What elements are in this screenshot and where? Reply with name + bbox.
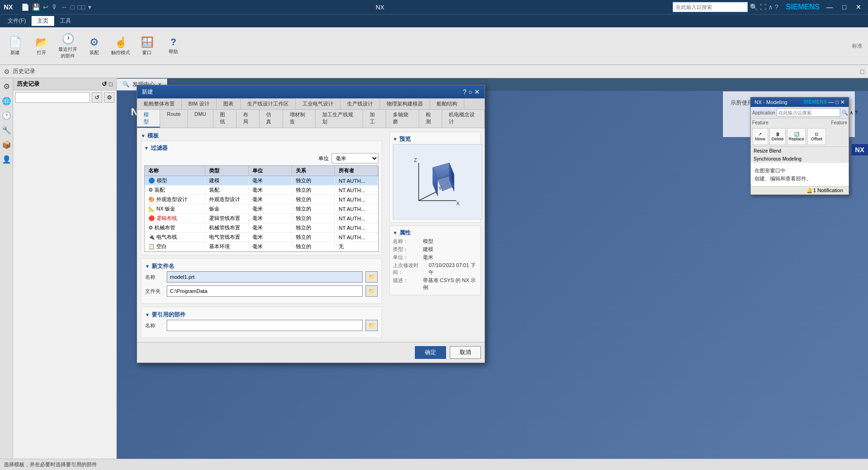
name-browse-button[interactable]: 📁 <box>365 271 378 283</box>
unit-select[interactable]: 毫米 英寸 <box>332 153 379 163</box>
references-arrow-icon: ▼ <box>145 312 150 317</box>
ok-button[interactable]: 确定 <box>415 346 446 359</box>
table-row[interactable]: 📐 NX 钣金 钣金 毫米 独立的 NT AUTH... <box>145 204 378 214</box>
tab-bim[interactable]: BIM 设计 <box>182 98 217 109</box>
template-section: ▼ 模板 ▼ 过滤器 单位 毫米 英寸 <box>141 132 382 255</box>
filename-section-header[interactable]: ▼ 新文件名 <box>145 262 378 270</box>
svg-text:X: X <box>456 201 460 206</box>
dialog-close-icon[interactable]: ✕ <box>474 88 480 96</box>
cell-type-2: 外观造型设计 <box>205 195 249 204</box>
table-row[interactable]: ⚙ 机械布管 机械管线布置 毫米 独立的 NT AUTH... <box>145 223 378 233</box>
tab-diagram[interactable]: 图表 <box>217 98 241 109</box>
table-row[interactable]: 🎨 外观造型设计 外观造型设计 毫米 独立的 NT AUTH... <box>145 195 378 204</box>
tab-route[interactable]: Route <box>160 110 187 128</box>
cell-rel-5: 独立的 <box>292 223 335 232</box>
tab-simulation[interactable]: 仿真 <box>260 110 283 128</box>
folder-input[interactable] <box>167 285 363 297</box>
table-row[interactable]: 🔵 模型 建模 毫米 独立的 NT AUTH... <box>145 176 378 186</box>
col-type: 类型 <box>205 166 249 176</box>
cell-unit-4: 毫米 <box>249 214 292 223</box>
tab-inspection[interactable]: 检测 <box>419 110 442 128</box>
cell-name-0: 🔵 模型 <box>145 176 205 185</box>
prop-unit-label: 单位： <box>393 254 421 261</box>
dialog-tabs-row2: 模型 Route DMU 图纸 布局 仿真 增材制造 加工生产线规划 <box>137 110 485 128</box>
tab-mechatronics[interactable]: 机电概念设计 <box>442 110 485 128</box>
preview-section: ▼ 预览 <box>389 132 481 223</box>
template-label: 模板 <box>147 132 159 140</box>
property-label: 属性 <box>399 229 411 237</box>
property-header[interactable]: ▼ 属性 <box>393 229 478 237</box>
cell-rel-6: 独立的 <box>292 233 335 242</box>
filter-header[interactable]: ▼ 过滤器 <box>144 144 379 152</box>
col-name: 名称 <box>145 166 205 176</box>
name-input[interactable] <box>167 271 363 283</box>
filename-arrow-icon: ▼ <box>145 264 150 269</box>
cell-name-6: 🔌 电气布线 <box>145 233 205 242</box>
dialog-title-text: 新建 <box>142 88 153 96</box>
template-section-header[interactable]: ▼ 模板 <box>141 132 382 140</box>
tab-production-line[interactable]: 生产线设计 <box>341 98 380 109</box>
cell-rel-4: 独立的 <box>292 214 335 223</box>
ref-name-row: 名称 📁 <box>145 320 378 331</box>
cell-type-5: 机械管线布置 <box>205 223 249 232</box>
tab-drawing[interactable]: 图纸 <box>213 110 236 128</box>
prop-name-value: 模型 <box>423 238 433 245</box>
cell-type-6: 电气管线布置 <box>205 233 249 242</box>
cell-name-3: 📐 NX 钣金 <box>145 204 205 213</box>
preview-header[interactable]: ▼ 预览 <box>393 135 478 143</box>
cell-rel-0: 独立的 <box>292 176 335 185</box>
table-row[interactable]: 🔴 逻辑布线 逻辑管线布置 毫米 独立的 NT AUTH... <box>145 214 378 223</box>
prop-modified-value: 07/10/2023 07:01 下午 <box>429 262 478 276</box>
cell-unit-1: 毫米 <box>249 186 292 194</box>
filter-label: 过滤器 <box>151 144 168 152</box>
tab-production-workspace[interactable]: 生产线设计工作区 <box>241 98 296 109</box>
dialog-footer: 确定 取消 <box>137 342 485 363</box>
prop-type-value: 建模 <box>423 246 433 253</box>
table-row[interactable]: 🔌 电气布线 电气管线布置 毫米 独立的 NT AUTH... <box>145 233 378 242</box>
prop-desc-row: 描述： 带基准 CSYS 的 NX 示例 <box>393 277 478 291</box>
cell-owner-2: NT AUTH... <box>335 195 378 204</box>
cell-unit-0: 毫米 <box>249 176 292 185</box>
cell-name-2: 🎨 外观造型设计 <box>145 195 205 204</box>
tab-physical-arch[interactable]: 物理架构建模器 <box>380 98 430 109</box>
folder-browse-button[interactable]: 📁 <box>365 285 378 297</box>
cancel-button[interactable]: 取消 <box>450 346 481 359</box>
cell-owner-3: NT AUTH... <box>335 204 378 213</box>
tab-ship-layout[interactable]: 船舱整体布置 <box>137 98 182 109</box>
tab-multiaxis[interactable]: 多轴烧磨 <box>386 110 419 128</box>
cell-unit-3: 毫米 <box>249 204 292 213</box>
tab-additive[interactable]: 增材制造 <box>283 110 316 128</box>
tab-ship-structure[interactable]: 船舶结构 <box>430 98 464 109</box>
ref-name-input[interactable] <box>167 320 363 331</box>
tab-model[interactable]: 模型 <box>137 110 160 128</box>
filter-section: ▼ 过滤器 单位 毫米 英寸 <box>141 141 382 255</box>
cell-rel-1: 独立的 <box>292 186 335 194</box>
table-row[interactable]: ⚙ 装配 装配 毫米 独立的 NT AUTH... <box>145 186 378 195</box>
cell-type-1: 装配 <box>205 186 249 194</box>
col-relation: 关系 <box>292 166 335 176</box>
table-row[interactable]: 📋 空白 基本环境 毫米 独立的 无 <box>145 242 378 251</box>
unit-row: 单位 毫米 英寸 <box>144 153 379 163</box>
cell-unit-7: 毫米 <box>249 242 292 251</box>
cell-name-5: ⚙ 机械布管 <box>145 223 205 232</box>
prop-modified-row: 上次修改时间： 07/10/2023 07:01 下午 <box>393 262 478 276</box>
unit-label: 单位 <box>318 155 329 162</box>
preview-3d-svg: X Z Y <box>409 154 466 210</box>
tab-machining[interactable]: 加工 <box>363 110 386 128</box>
dialog-title-bar: 新建 ? ○ ✕ <box>137 85 485 98</box>
ref-browse-button[interactable]: 📁 <box>365 320 378 331</box>
tab-layout[interactable]: 布局 <box>236 110 260 128</box>
tab-dmu[interactable]: DMU <box>188 110 213 128</box>
dialog-restore-icon[interactable]: ○ <box>469 88 472 96</box>
cell-type-7: 基本环境 <box>205 242 249 251</box>
prop-modified-label: 上次修改时间： <box>393 262 427 276</box>
references-section: ▼ 要引用的部件 名称 📁 <box>141 307 382 338</box>
tab-industrial-electric[interactable]: 工业电气设计 <box>296 98 341 109</box>
dialog-help-icon[interactable]: ? <box>463 88 467 96</box>
dialog-title-buttons: ? ○ ✕ <box>463 88 480 96</box>
references-section-header[interactable]: ▼ 要引用的部件 <box>145 311 378 319</box>
prop-unit-row: 单位： 毫米 <box>393 254 478 261</box>
svg-text:Z: Z <box>414 158 417 163</box>
tab-production-planning[interactable]: 加工生产线规划 <box>316 110 363 128</box>
cell-rel-2: 独立的 <box>292 195 335 204</box>
